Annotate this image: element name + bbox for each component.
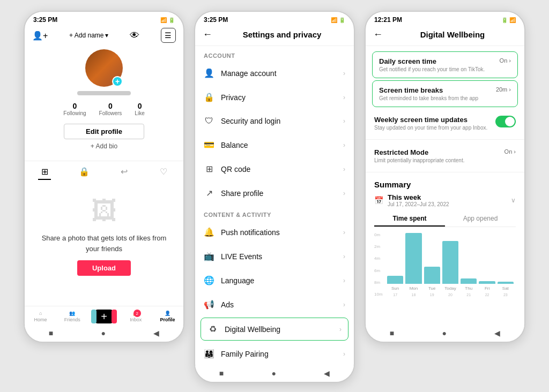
tab-videos[interactable]: ⊞: [25, 161, 64, 180]
digital-wellbeing-text: Digital Wellbeing: [225, 325, 280, 334]
sys-square-3[interactable]: ■: [390, 329, 394, 337]
phone-wellbeing: 12:21 PM 🔋 📶 ← Digital Wellbeing Daily s…: [365, 11, 525, 343]
add-name-button[interactable]: + Add name ▾: [69, 32, 108, 39]
settings-digital-wellbeing[interactable]: ♻ Digital Wellbeing ›: [201, 318, 348, 341]
bar-date-label: 18: [412, 293, 416, 297]
settings-live-events[interactable]: 📺 LIVE Events ›: [195, 244, 354, 268]
weekly-screen-time-item[interactable]: Weekly screen time updates Stay updated …: [366, 109, 524, 137]
status-icons-2: 📶 🔋: [331, 17, 345, 23]
lock-icon: 🔒: [204, 92, 214, 102]
wellbeing-scroll[interactable]: Daily screen time Get notified if you re…: [366, 46, 524, 326]
bar-day-label: Fri: [485, 286, 489, 291]
qr-icon: ⊞: [204, 164, 214, 174]
arrow-icon-8: ›: [343, 253, 345, 260]
upload-button[interactable]: Upload: [77, 260, 131, 276]
nav-profile[interactable]: 👤 Profile: [152, 310, 183, 323]
screen-time-breaks-item[interactable]: Screen time breaks Get reminded to take …: [372, 80, 518, 107]
tab-likes[interactable]: ♡: [144, 161, 183, 180]
bell-icon: 🔔: [204, 227, 214, 237]
sys-square-2[interactable]: ■: [219, 369, 224, 378]
screen-time-breaks-value: 20m ›: [496, 86, 511, 93]
tab-app-opened[interactable]: App opened: [445, 212, 516, 227]
nav-create[interactable]: +: [88, 310, 120, 323]
profile-header: 👤+ + Add name ▾ 👁 ☰: [25, 26, 183, 46]
nav-home[interactable]: ⌂ Home: [25, 310, 56, 323]
wellbeing-icon: ♻: [207, 324, 218, 334]
settings-privacy[interactable]: 🔒 Privacy ›: [195, 85, 354, 109]
settings-language[interactable]: 🌐 Language ›: [195, 268, 354, 292]
add-user-button[interactable]: 👤+: [32, 31, 48, 41]
live-icon: 📺: [204, 251, 214, 261]
screen-time-breaks-sub: Get reminded to take breaks from the app: [379, 95, 492, 101]
arrow-icon-6: ›: [343, 190, 345, 197]
back-button-settings[interactable]: ←: [203, 29, 212, 40]
avatar-wrap: +: [85, 49, 123, 87]
sys-circle[interactable]: ●: [101, 329, 105, 337]
weekly-toggle[interactable]: [495, 116, 516, 127]
privacy-text: Privacy: [221, 93, 246, 102]
bar-chart: Sun17Mon18Tue19Today20Thu21Fri22Sat23: [385, 232, 516, 297]
settings-balance[interactable]: 💳 Balance ›: [195, 133, 354, 157]
bar: [442, 241, 458, 284]
nav-friends[interactable]: 👥 Friends: [56, 310, 88, 323]
nav-inbox[interactable]: 📥 Inbox 2: [120, 310, 152, 323]
settings-qr[interactable]: ⊞ QR code ›: [195, 157, 354, 181]
arrow-icon-11: ›: [339, 326, 342, 333]
arrow-icon-2: ›: [343, 94, 345, 101]
bar: [405, 233, 421, 284]
sys-back-2[interactable]: ◀: [324, 369, 330, 378]
add-bio-button[interactable]: + Add bio: [91, 142, 117, 150]
menu-button[interactable]: ☰: [161, 28, 176, 43]
status-bar-2: 3:25 PM 📶 🔋: [195, 12, 354, 26]
sys-circle-2[interactable]: ●: [271, 369, 276, 378]
bar-column: Thu21: [461, 278, 477, 297]
bar-date-label: 17: [393, 293, 397, 297]
avatar-plus-button[interactable]: +: [112, 76, 123, 87]
sys-back-3[interactable]: ◀: [494, 329, 500, 337]
settings-share-profile[interactable]: ↗ Share profile ›: [195, 181, 354, 205]
share-profile-text: Share profile: [221, 189, 263, 198]
sys-square[interactable]: ■: [49, 329, 53, 337]
eye-button[interactable]: 👁: [130, 30, 139, 41]
sys-back[interactable]: ◀: [153, 329, 159, 337]
nav-inbox-label: Inbox: [130, 317, 142, 322]
push-notifications-text: Push notifications: [221, 228, 280, 237]
settings-ads[interactable]: 📢 Ads ›: [195, 292, 354, 316]
bar: [461, 278, 477, 284]
system-bar-3: ■ ● ◀: [366, 326, 524, 342]
restricted-mode-item[interactable]: Restricted Mode Limit potentially inappr…: [366, 142, 524, 170]
settings-scroll[interactable]: ACCOUNT 👤 Manage account › 🔒 Privacy › 🛡…: [195, 46, 354, 366]
tab-lock[interactable]: 🔒: [64, 161, 104, 180]
security-text: Security and login: [221, 117, 280, 125]
back-button-wellbeing[interactable]: ←: [373, 29, 383, 40]
content-tabs: ⊞ 🔒 ↩ ♡: [25, 161, 183, 180]
create-button[interactable]: +: [94, 310, 114, 323]
shield-icon: 🛡: [204, 116, 214, 126]
y-axis-labels: 10m 8m 6m 4m 2m 0m: [374, 232, 383, 297]
tab-repost[interactable]: ↩: [104, 161, 144, 180]
wallet-icon: 💳: [204, 140, 214, 150]
time-1: 3:25 PM: [33, 16, 57, 24]
bar-day-label: Mon: [410, 286, 418, 291]
settings-security[interactable]: 🛡 Security and login ›: [195, 109, 354, 133]
edit-profile-button[interactable]: Edit profile: [64, 124, 144, 139]
daily-screen-time-title: Daily screen time: [379, 57, 495, 65]
bar-day-label: Thu: [465, 286, 472, 291]
settings-push-notifications[interactable]: 🔔 Push notifications ›: [195, 220, 354, 244]
inbox-badge: 2: [133, 310, 141, 317]
bar-date-label: 19: [430, 293, 434, 297]
settings-title: Settings and privacy: [218, 30, 346, 39]
toggle-on-icon[interactable]: [495, 116, 516, 127]
bar-column: Tue19: [424, 267, 440, 297]
home-icon: ⌂: [39, 311, 42, 316]
sys-circle-3[interactable]: ●: [442, 329, 446, 337]
tab-time-spent[interactable]: Time spent: [374, 212, 445, 227]
daily-screen-time-value: On ›: [500, 57, 511, 64]
bar: [479, 281, 495, 284]
settings-family-pairing[interactable]: 👨‍👩‍👧 Family Pairing ›: [195, 342, 354, 366]
restricted-mode-title: Restricted Mode: [374, 148, 505, 156]
chart-tabs: Time spent App opened: [374, 212, 516, 227]
daily-screen-time-item[interactable]: Daily screen time Get notified if you re…: [372, 51, 518, 78]
settings-manage-account[interactable]: 👤 Manage account ›: [195, 61, 354, 85]
summary-title: Summary: [374, 180, 516, 189]
